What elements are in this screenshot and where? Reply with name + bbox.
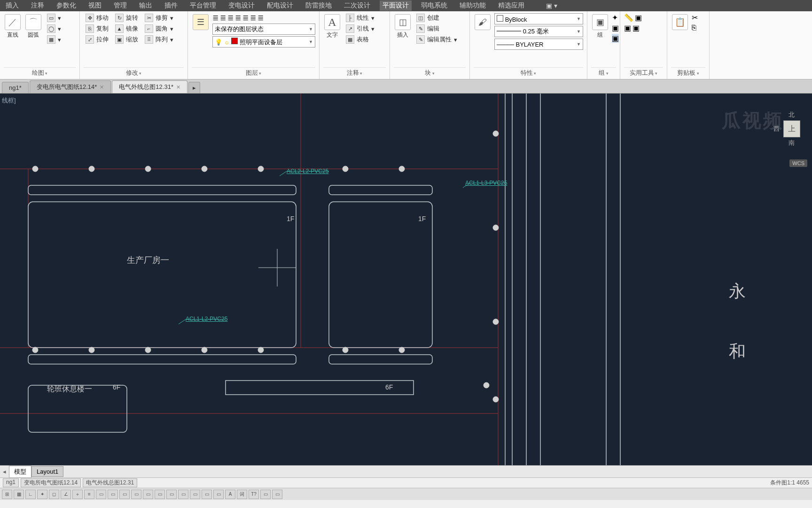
util-icon[interactable]: ▣ [624, 24, 631, 32]
close-icon[interactable]: ✕ [100, 84, 104, 90]
layer-tool-icon[interactable]: ≣ [242, 13, 249, 22]
sheet-tab[interactable]: ng1 [3, 478, 19, 487]
tab-1[interactable]: ng1* [2, 82, 29, 93]
stretch-button[interactable]: ⤢拉伸 [84, 35, 110, 44]
panel-annotate-title[interactable]: 注释 [323, 67, 386, 78]
menu-weak[interactable]: 弱电系统 [418, 0, 450, 11]
grid-toggle[interactable]: ▦ [14, 490, 24, 499]
menu-substation[interactable]: 变电设计 [226, 0, 258, 11]
panel-draw-title[interactable]: 绘图 [4, 67, 76, 78]
color-combo[interactable]: ByBlock▼ [494, 13, 583, 24]
viewcube-top-face[interactable]: 上 [783, 120, 800, 137]
panel-group-title[interactable]: 组 [591, 67, 616, 78]
status-toggle[interactable]: T? [249, 490, 259, 499]
status-toggle[interactable]: ▭ [108, 490, 118, 499]
menu-distribution[interactable]: 配电设计 [264, 0, 296, 11]
sheet-tab[interactable]: 电气外线总图12.31 [83, 478, 137, 487]
status-toggle[interactable]: ▭ [131, 490, 141, 499]
menu-featured[interactable]: 精选应用 [495, 0, 527, 11]
layer-props-button[interactable]: ☰ [192, 13, 210, 31]
linear-dim-button[interactable]: ├线性 ▾ [344, 13, 376, 23]
status-toggle[interactable]: ▭ [272, 490, 282, 499]
util-icon[interactable]: ▣ [632, 24, 640, 32]
status-toggle[interactable]: A [225, 490, 235, 499]
rect-icon[interactable]: ▭▾ [45, 13, 63, 23]
layer-state-combo[interactable]: 未保存的图层状态▼ [212, 24, 315, 35]
close-icon[interactable]: ✕ [176, 84, 180, 90]
menu-plugin[interactable]: 插件 [162, 0, 180, 11]
lineweight-combo[interactable]: ━━━━ 0.25 毫米▼ [494, 26, 583, 37]
status-toggle[interactable]: ▭ [213, 490, 224, 499]
move-button[interactable]: ✥移动 [84, 13, 110, 23]
cut-icon[interactable]: ✂ [692, 13, 698, 22]
group-button[interactable]: ▣组 [591, 13, 609, 40]
fillet-button[interactable]: ⌐圆角 ▾ [143, 24, 175, 33]
otrack-toggle[interactable]: ∠ [61, 490, 71, 499]
layer-tool-icon[interactable]: ≣ [235, 13, 241, 22]
text-button[interactable]: A文字 [323, 13, 341, 40]
paste-button[interactable]: 📋 [671, 13, 689, 31]
tab-layout1[interactable]: Layout1 [31, 466, 63, 477]
menu-insert[interactable]: 插入 [3, 0, 22, 11]
menu-aux[interactable]: 辅助功能 [457, 0, 489, 11]
dyn-toggle[interactable]: ＋ [72, 490, 83, 499]
group-tool-icon[interactable]: ▣ [612, 24, 619, 32]
menu-lightning[interactable]: 防雷接地 [303, 0, 335, 11]
layer-tool-icon[interactable]: ≣ [227, 13, 234, 22]
layer-tool-icon[interactable]: ≣ [220, 13, 226, 22]
util-icon[interactable]: ▣ [635, 13, 642, 22]
trim-button[interactable]: ✂修剪 ▾ [143, 13, 175, 23]
tab-nav-icon[interactable]: ▸ [188, 82, 200, 93]
tab-3[interactable]: 电气外线总图12.31*✕ [112, 80, 187, 93]
rotate-button[interactable]: ↻旋转 [113, 13, 140, 23]
lwt-toggle[interactable]: ≡ [84, 490, 94, 499]
scale-button[interactable]: ▣缩放 [113, 35, 140, 44]
layer-tool-icon[interactable]: ≣ [250, 13, 256, 22]
menu-parametric[interactable]: 参数化 [54, 0, 79, 11]
menu-more-icon[interactable]: ▣ ▾ [543, 1, 560, 10]
status-toggle[interactable]: ▭ [178, 490, 188, 499]
menu-platform[interactable]: 平台管理 [187, 0, 219, 11]
leader-button[interactable]: ↗引线 ▾ [344, 24, 376, 33]
tab-model[interactable]: 模型 [9, 466, 31, 478]
menu-annotate[interactable]: 注释 [28, 0, 47, 11]
line-button[interactable]: ／直线 [4, 13, 22, 40]
hatch-icon[interactable]: ▦▾ [45, 35, 63, 44]
status-toggle[interactable]: ▭ [202, 490, 212, 499]
table-button[interactable]: ▦表格 [344, 35, 376, 44]
status-toggle[interactable]: ▭ [166, 490, 177, 499]
layer-current-combo[interactable]: 💡 ☼ 照明平面设备层▼ [212, 36, 315, 48]
status-toggle[interactable]: ▭ [260, 490, 271, 499]
status-toggle[interactable]: ▭ [119, 490, 130, 499]
measure-icon[interactable]: 📏 [624, 13, 633, 22]
arc-button[interactable]: ⌒圆弧 [24, 13, 42, 40]
linetype-combo[interactable]: ──── BYLAYER▼ [494, 39, 583, 50]
panel-props-title[interactable]: 特性 [474, 67, 583, 78]
panel-block-title[interactable]: 块 [394, 67, 466, 78]
menu-view[interactable]: 视图 [86, 0, 104, 11]
menu-secondary[interactable]: 二次设计 [341, 0, 373, 11]
status-toggle[interactable]: ▭ [155, 490, 165, 499]
panel-layer-title[interactable]: 图层 [192, 67, 315, 78]
polar-toggle[interactable]: ✦ [37, 490, 47, 499]
panel-util-title[interactable]: 实用工具 [624, 67, 663, 78]
match-props-button[interactable]: 🖌 [474, 13, 492, 31]
status-toggle[interactable]: ▭ [96, 490, 106, 499]
osnap-toggle[interactable]: ◻ [49, 490, 59, 499]
layer-tool-icon[interactable]: ≣ [258, 13, 264, 22]
wcs-badge[interactable]: WCS [789, 159, 807, 167]
status-toggle[interactable]: ▭ [190, 490, 200, 499]
edit-block-button[interactable]: ✎编辑 [414, 24, 459, 33]
group-tool-icon[interactable]: ✦ [612, 13, 619, 22]
menu-plan[interactable]: 平面设计 [380, 0, 412, 11]
layer-tool-icon[interactable]: ≣ [212, 13, 219, 22]
tab-scroll-left-icon[interactable]: ◂ [0, 468, 9, 475]
tab-2[interactable]: 变电所电气图纸12.14*✕ [30, 80, 111, 93]
menu-output[interactable]: 输出 [136, 0, 155, 11]
mirror-button[interactable]: ▲镜像 [113, 24, 140, 33]
panel-clip-title[interactable]: 剪贴板 [671, 67, 705, 78]
viewcube[interactable]: 北 西 南 上 [775, 112, 808, 145]
copy-button[interactable]: ⎘复制 [84, 24, 110, 33]
copy-icon[interactable]: ⎘ [692, 24, 698, 32]
ortho-toggle[interactable]: ∟ [25, 490, 36, 499]
